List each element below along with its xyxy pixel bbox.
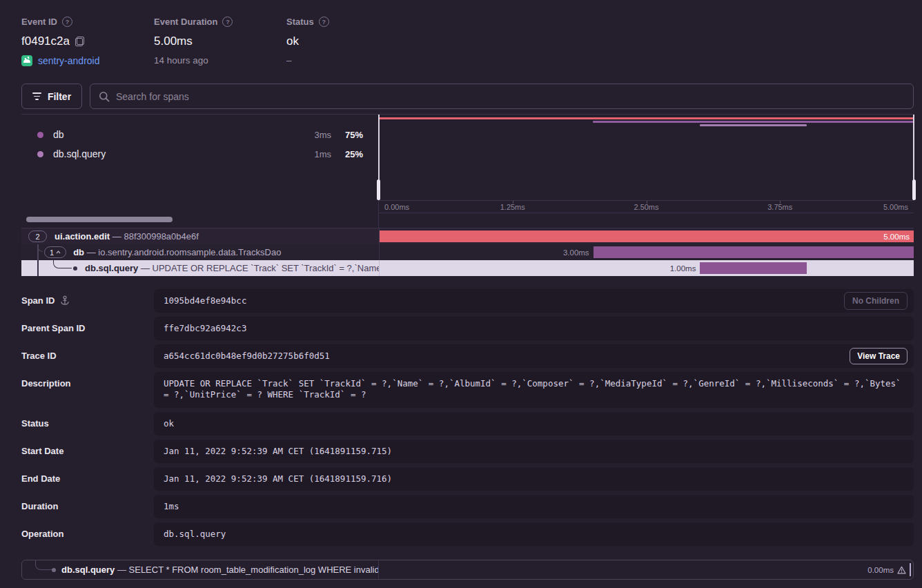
op-breakdown-panel: db 3ms 75% db.sql.query 1ms 25% xyxy=(21,115,379,228)
viewport-left-handle[interactable] xyxy=(377,179,380,200)
detail-label: Description xyxy=(21,372,154,408)
detail-label-text: Span ID xyxy=(21,295,55,306)
axis-tick-label: 1.25ms xyxy=(500,203,525,211)
span-row-title-cell: 2 ui.action.edit — 88f300998a0b4e6f xyxy=(21,228,379,244)
toolbar: Filter xyxy=(21,84,914,109)
tree-leaf-dot xyxy=(52,568,56,572)
detail-row-description: Description UPDATE OR REPLACE `Track` SE… xyxy=(21,372,914,408)
span-row-title-cell: db.sql.query — UPDATE OR REPLACE `Track`… xyxy=(21,260,379,276)
detail-value: Jan 11, 2022 9:52:39 AM CET (1641891159.… xyxy=(154,440,914,463)
span-desc: 88f300998a0b4e6f xyxy=(124,231,198,242)
minimap-span-line xyxy=(593,121,914,123)
span-tree: 2 ui.action.edit — 88f300998a0b4e6f 5.00… xyxy=(21,228,914,276)
search-input[interactable] xyxy=(116,91,905,102)
span-duration-label: 0.00ms xyxy=(867,566,894,574)
next-span-title-cell: db.sql.query — SELECT * FROM room_table_… xyxy=(22,560,379,579)
span-row-bar-cell: 3.00ms xyxy=(379,244,914,260)
detail-label: Parent Span ID xyxy=(21,317,154,340)
help-icon[interactable] xyxy=(222,17,233,27)
project-link[interactable]: sentry-android xyxy=(38,55,100,66)
next-span-row[interactable]: db.sql.query — SELECT * FROM room_table_… xyxy=(21,560,914,580)
detail-row-duration: Duration 1ms xyxy=(21,495,914,518)
trace-id-value: a654cc61dc0b48ef9d0b27275b6f0d51 xyxy=(164,351,330,361)
span-op: ui.action.edit xyxy=(55,231,110,242)
child-count-badge[interactable]: 2 xyxy=(28,231,47,242)
status-label-row: Status xyxy=(286,17,419,27)
span-duration-label: 5.00ms xyxy=(883,233,910,241)
span-desc: SELECT * FROM room_table_modification_lo… xyxy=(129,565,379,575)
anchor-icon[interactable] xyxy=(60,295,70,306)
op-duration: 1ms xyxy=(305,149,331,159)
tree-connector-elbow xyxy=(35,560,52,570)
horizontal-scrollbar[interactable] xyxy=(26,217,173,222)
op-desc-separator: — xyxy=(117,565,126,575)
event-id-value: f0491c2a xyxy=(21,35,70,48)
filter-button[interactable]: Filter xyxy=(21,84,82,109)
op-color-dot xyxy=(37,151,43,157)
span-op: db xyxy=(73,247,84,257)
detail-label: Status xyxy=(21,412,154,435)
axis-tick-label: 0.00ms xyxy=(384,203,409,211)
tree-connector-line xyxy=(37,260,39,276)
copy-icon[interactable] xyxy=(75,37,84,46)
child-count-badge[interactable]: 1 xyxy=(44,246,66,258)
detail-label: Trace ID xyxy=(21,344,154,368)
detail-value: 1ms xyxy=(154,495,914,518)
op-desc-separator: — xyxy=(141,263,150,273)
minimap-canvas[interactable] xyxy=(379,115,914,200)
tree-connector-elbow xyxy=(53,260,72,268)
legend-row-db: db 3ms 75% xyxy=(21,125,378,144)
filter-button-label: Filter xyxy=(48,91,71,102)
filter-icon xyxy=(32,92,41,99)
detail-value: db.sql.query xyxy=(154,522,914,546)
help-icon[interactable] xyxy=(62,17,72,27)
span-duration-label: 3.00ms xyxy=(563,248,589,257)
status-block: Status ok – xyxy=(286,17,419,66)
event-duration-block: Event Duration 5.00ms 14 hours ago xyxy=(154,17,286,66)
span-desc: UPDATE OR REPLACE `Track` SET `TrackId` … xyxy=(153,263,379,273)
op-name: db.sql.query xyxy=(53,148,106,159)
op-desc-separator: — xyxy=(112,231,121,242)
span-details-panel: Span ID 1095bd4ef8e94bcc No Children Par… xyxy=(21,289,914,550)
event-header: Event ID f0491c2a sentry-android Event D… xyxy=(21,17,914,72)
event-duration-label: Event Duration xyxy=(154,17,217,27)
span-row-db[interactable]: 1 db — io.sentry.android.roomsample.data… xyxy=(21,244,914,260)
status-sub: – xyxy=(286,55,419,66)
axis-tick-label: 3.75ms xyxy=(767,203,792,211)
detail-label: Duration xyxy=(21,495,154,518)
chevron-up-icon xyxy=(56,251,61,254)
span-duration-bar[interactable] xyxy=(594,246,914,258)
detail-row-span-id: Span ID 1095bd4ef8e94bcc No Children xyxy=(21,289,914,313)
span-duration-bar[interactable]: 5.00ms xyxy=(380,231,914,242)
op-name: db xyxy=(53,129,64,140)
axis-tick-label: 2.50ms xyxy=(634,203,658,211)
span-row-ui-action-edit[interactable]: 2 ui.action.edit — 88f300998a0b4e6f 5.00… xyxy=(21,228,914,244)
detail-label: Start Date xyxy=(21,440,154,463)
no-children-badge: No Children xyxy=(844,292,908,310)
help-icon[interactable] xyxy=(319,17,329,27)
detail-label: End Date xyxy=(21,467,154,491)
axis-tick-label: 5.00ms xyxy=(883,203,908,211)
detail-label: Span ID xyxy=(21,289,154,313)
detail-row-status: Status ok xyxy=(21,412,914,435)
op-color-dot xyxy=(37,132,43,138)
view-trace-button[interactable]: View Trace xyxy=(850,348,908,364)
status-value: ok xyxy=(286,35,419,48)
detail-value: 1095bd4ef8e94bcc No Children xyxy=(154,289,914,313)
viewport-right-handle[interactable] xyxy=(912,179,916,200)
event-id-label-row: Event ID xyxy=(21,17,154,27)
detail-value: ffe7dbc92a6942c3 xyxy=(154,317,914,340)
span-op: db.sql.query xyxy=(85,263,138,273)
op-duration: 3ms xyxy=(305,130,331,140)
span-duration-label: 1.00ms xyxy=(670,264,696,273)
legend-row-db-sql-query: db.sql.query 1ms 25% xyxy=(21,144,378,164)
warning-icon[interactable] xyxy=(897,566,906,574)
detail-row-operation: Operation db.sql.query xyxy=(21,522,914,546)
detail-row-end-date: End Date Jan 11, 2022 9:52:39 AM CET (16… xyxy=(21,467,914,491)
span-row-db-sql-query-selected[interactable]: db.sql.query — UPDATE OR REPLACE `Track`… xyxy=(21,260,914,276)
span-row-bar-cell: 1.00ms xyxy=(379,260,914,276)
span-search-bar[interactable] xyxy=(90,84,914,109)
op-percentage: 25% xyxy=(338,149,363,159)
span-duration-bar[interactable] xyxy=(700,262,807,274)
detail-row-parent-span-id: Parent Span ID ffe7dbc92a6942c3 xyxy=(21,317,914,340)
